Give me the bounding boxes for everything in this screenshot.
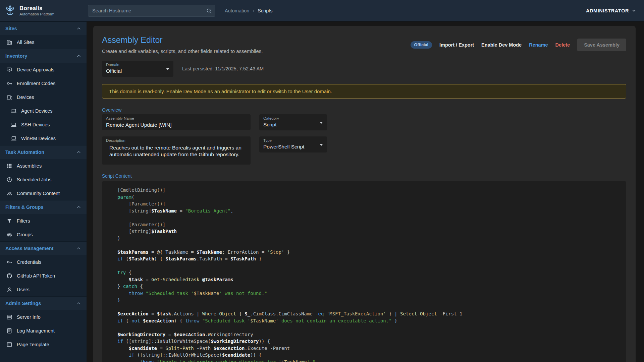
sidebar-item-page-template[interactable]: Page Template bbox=[0, 338, 87, 351]
save-assembly-button[interactable]: Save Assembly bbox=[577, 39, 626, 51]
key-icon bbox=[6, 80, 12, 86]
brand-subtitle: Automation Platform bbox=[19, 12, 54, 16]
code-line: $task = Get-ScheduledTask @taskParams bbox=[117, 276, 618, 283]
sidebar-item-users[interactable]: Users bbox=[0, 283, 87, 296]
page-subtitle: Create and edit variables, scripts, and … bbox=[102, 48, 263, 54]
sidebar-item-all-sites[interactable]: All Sites bbox=[0, 35, 87, 49]
rename-button[interactable]: Rename bbox=[529, 42, 548, 48]
sidebar-item-assemblies[interactable]: Assemblies bbox=[0, 159, 87, 173]
domain-select[interactable]: Domain Official bbox=[102, 61, 173, 77]
enable-dev-mode-button[interactable]: Enable Dev Mode bbox=[481, 42, 522, 48]
sidebar-item-server-info[interactable]: Server Info bbox=[0, 310, 87, 324]
sidebar-item-winrm-devices[interactable]: WinRM Devices bbox=[0, 131, 87, 145]
sidebar-item-community-content[interactable]: Community Content bbox=[0, 186, 87, 200]
sidebar-section-filters-groups[interactable]: Filters & Groups bbox=[0, 200, 87, 214]
code-line bbox=[117, 324, 618, 331]
sidebar-item-agent-devices[interactable]: Agent Devices bbox=[0, 104, 87, 118]
panel-actions: Official Import / Export Enable Dev Mode… bbox=[411, 39, 626, 51]
code-line: throw "Unable to determine working direc… bbox=[117, 359, 618, 362]
sidebar-item-label: WinRM Devices bbox=[21, 136, 56, 141]
sidebar-section-access-management[interactable]: Access Management bbox=[0, 241, 87, 255]
code-line: if ($TaskPath) { $taskParams.TaskPath = … bbox=[117, 255, 618, 262]
code-line: if (-not $execAction) { throw "Scheduled… bbox=[117, 317, 618, 324]
sidebar-section-task-automation[interactable]: Task Automation bbox=[0, 145, 87, 159]
topbar: Borealis Automation Platform Automation … bbox=[0, 0, 644, 21]
sidebar-item-label: Device Approvals bbox=[17, 67, 54, 72]
sidebar-item-label: Users bbox=[17, 287, 30, 292]
server-icon bbox=[6, 314, 12, 320]
breadcrumb-separator-icon: › bbox=[253, 8, 254, 13]
code-line: $execAction = $task.Actions | Where-Obje… bbox=[117, 310, 618, 317]
sidebar-item-label: Credentials bbox=[17, 259, 41, 265]
domain-row: Domain Official Last persisted: 11/1/202… bbox=[102, 61, 626, 77]
sidebar-item-log-management[interactable]: Log Management bbox=[0, 324, 87, 338]
brand-text: Borealis Automation Platform bbox=[19, 5, 54, 16]
sidebar-item-devices[interactable]: Devices bbox=[0, 90, 87, 104]
breadcrumb-automation[interactable]: Automation bbox=[225, 8, 249, 13]
sidebar-section-inventory[interactable]: Inventory bbox=[0, 49, 87, 63]
domain-select-label: Domain bbox=[106, 63, 119, 67]
sidebar-section-sites[interactable]: Sites bbox=[0, 21, 87, 35]
code-line: [CmdletBinding()] bbox=[117, 187, 618, 194]
building-icon bbox=[6, 39, 12, 45]
user-menu[interactable]: ADMINISTRATOR bbox=[586, 8, 637, 13]
sidebar-item-device-approvals[interactable]: Device Approvals bbox=[0, 63, 87, 76]
sidebar-item-credentials[interactable]: Credentials bbox=[0, 255, 87, 269]
laptop-icon bbox=[11, 108, 17, 114]
code-line: try { bbox=[117, 269, 618, 276]
code-line: if ([string]::IsNullOrWhiteSpace($candid… bbox=[117, 352, 618, 359]
assembly-name-label: Assembly Name bbox=[106, 116, 134, 120]
code-line: param( bbox=[117, 194, 618, 201]
code-line bbox=[117, 262, 618, 269]
breadcrumb-scripts: Scripts bbox=[258, 8, 272, 13]
sidebar-item-groups[interactable]: Groups bbox=[0, 228, 87, 241]
sidebar-item-label: Page Template bbox=[17, 342, 49, 347]
sidebar-nav: SitesAll SitesInventoryDevice ApprovalsE… bbox=[0, 21, 87, 351]
sidebar-section-admin-settings[interactable]: Admin Settings bbox=[0, 296, 87, 310]
code-line: [string]$TaskPath bbox=[117, 228, 618, 235]
template-icon bbox=[6, 342, 12, 348]
code-line: [Parameter()] bbox=[117, 221, 618, 228]
code-line: $taskParams = @{ TaskName = $TaskName; E… bbox=[117, 249, 618, 256]
brand[interactable]: Borealis Automation Platform bbox=[0, 4, 87, 17]
sidebar-section-label: Inventory bbox=[5, 53, 27, 59]
sidebar-item-enrollment-codes[interactable]: Enrollment Codes bbox=[0, 76, 87, 90]
clock-icon bbox=[6, 177, 12, 183]
code-line bbox=[117, 304, 618, 311]
readonly-warning-text: This domain is read-only. Enable Dev Mod… bbox=[109, 88, 332, 94]
sidebar-item-scheduled-jobs[interactable]: Scheduled Jobs bbox=[0, 173, 87, 186]
brand-name: Borealis bbox=[19, 5, 54, 12]
user-menu-label: ADMINISTRATOR bbox=[586, 8, 629, 13]
sidebar-item-filters[interactable]: Filters bbox=[0, 214, 87, 228]
type-select[interactable]: Type PowerShell Script bbox=[259, 136, 327, 153]
chevron-up-icon bbox=[76, 53, 82, 59]
delete-button[interactable]: Delete bbox=[555, 42, 570, 48]
groups-icon bbox=[6, 232, 12, 238]
code-line: } catch { bbox=[117, 283, 618, 290]
overview-form: Assembly Name Category Script Descriptio… bbox=[102, 114, 626, 165]
borealis-logo-icon bbox=[4, 4, 16, 17]
script-code: [CmdletBinding()]param( [Parameter()] [s… bbox=[117, 187, 618, 362]
sidebar-section-label: Task Automation bbox=[5, 149, 44, 155]
code-line: $workingDirectory = $execAction.WorkingD… bbox=[117, 331, 618, 338]
sidebar: SitesAll SitesInventoryDevice ApprovalsE… bbox=[0, 21, 87, 362]
sidebar-item-label: Groups bbox=[17, 232, 33, 237]
category-select[interactable]: Category Script bbox=[259, 114, 327, 130]
sidebar-item-label: Enrollment Codes bbox=[17, 81, 55, 86]
chevron-up-icon bbox=[76, 245, 82, 251]
script-editor[interactable]: [CmdletBinding()]param( [Parameter()] [s… bbox=[102, 181, 626, 362]
script-content-caption: Script Content bbox=[102, 173, 626, 179]
sidebar-item-github-api-token[interactable]: GitHub API Token bbox=[0, 269, 87, 283]
description-label: Description bbox=[106, 138, 125, 142]
main-content: Assembly Editor Create and edit variable… bbox=[87, 21, 644, 362]
sidebar-item-label: All Sites bbox=[17, 40, 34, 45]
person-icon bbox=[6, 287, 12, 293]
import-export-button[interactable]: Import / Export bbox=[439, 42, 474, 48]
sidebar-item-ssh-devices[interactable]: SSH Devices bbox=[0, 118, 87, 131]
log-icon bbox=[6, 328, 12, 334]
search-input[interactable] bbox=[88, 5, 215, 17]
code-line: if ([string]::IsNullOrWhiteSpace($workin… bbox=[117, 338, 618, 345]
sidebar-item-label: GitHub API Token bbox=[17, 273, 55, 279]
code-line bbox=[117, 214, 618, 221]
chevron-up-icon bbox=[76, 149, 82, 155]
